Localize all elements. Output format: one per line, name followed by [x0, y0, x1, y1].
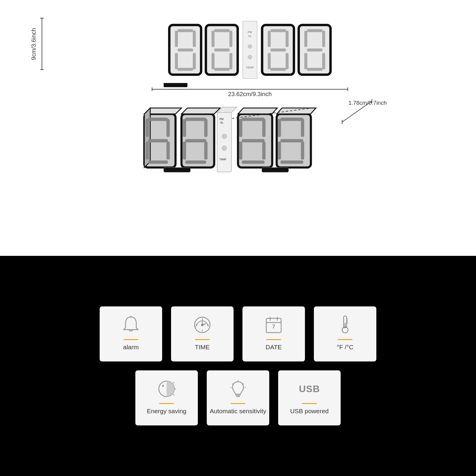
auto-icon-area	[207, 377, 269, 401]
feature-card-alarm: alarm	[100, 306, 162, 361]
bottom-section: alarm T	[0, 256, 476, 476]
svg-line-79	[232, 383, 233, 384]
height-dimension: 9cm/3.6inch	[42, 18, 42, 70]
svg-rect-37	[262, 142, 265, 159]
seg	[229, 31, 232, 47]
time-icon-area	[171, 313, 234, 337]
width-label: 23.62cm/9.3inch	[152, 91, 348, 98]
svg-text:AL: AL	[220, 121, 223, 124]
usb-divider	[302, 403, 317, 404]
al-label: AL	[248, 35, 252, 37]
calendar-icon: 7	[265, 315, 283, 335]
height-label: 9cm/3.6inch	[30, 28, 37, 60]
svg-rect-46	[301, 142, 304, 159]
svg-rect-19	[204, 119, 207, 137]
feature-card-date: 7 DATE	[242, 306, 305, 361]
pm-label: PM	[248, 31, 252, 34]
svg-rect-21	[204, 142, 207, 159]
features-row-1: alarm T	[100, 306, 376, 361]
feature-card-auto: Automatic sensitivity	[207, 370, 269, 425]
energy-label: Energy saving	[147, 407, 186, 415]
svg-rect-47	[164, 167, 190, 172]
svg-rect-20	[183, 142, 186, 159]
seg	[193, 53, 196, 69]
date-label: DATE	[266, 343, 282, 351]
seg	[178, 68, 193, 71]
digit-3-inner	[268, 29, 289, 71]
date-icon-area: 7	[242, 313, 305, 337]
auto-divider	[231, 403, 245, 404]
usb-label: USB powered	[290, 407, 329, 415]
svg-rect-7	[148, 139, 168, 142]
temp-label: TEMP	[246, 66, 254, 69]
clock-icon	[193, 315, 212, 335]
seg	[193, 31, 196, 47]
seg	[322, 53, 325, 69]
svg-marker-14	[181, 108, 220, 114]
energy-divider	[159, 403, 174, 404]
svg-line-73	[173, 394, 174, 395]
svg-rect-11	[146, 142, 149, 159]
feature-card-temperature: °F /°C	[314, 306, 376, 361]
svg-rect-18	[183, 119, 186, 137]
svg-point-58	[201, 324, 203, 326]
svg-rect-40	[281, 118, 303, 121]
seg	[307, 68, 322, 71]
seg	[270, 29, 286, 32]
stand-right	[164, 83, 187, 87]
seg	[214, 29, 230, 32]
svg-rect-22	[217, 112, 231, 172]
feature-card-energy: Energy saving	[135, 370, 198, 425]
svg-rect-10	[167, 119, 170, 137]
temperature-divider	[338, 339, 353, 340]
seg	[212, 53, 214, 69]
svg-rect-31	[242, 118, 264, 121]
bulb-icon	[229, 379, 247, 399]
digit-1	[168, 24, 202, 76]
seg	[270, 48, 286, 51]
svg-rect-41	[281, 139, 303, 142]
seg	[322, 31, 325, 47]
center-panel: PM AL TEMP	[242, 21, 257, 79]
svg-rect-6	[148, 118, 168, 121]
thermometer-icon	[339, 314, 351, 335]
svg-rect-42	[281, 161, 303, 164]
svg-text:TEMP: TEMP	[220, 158, 226, 161]
digit-3	[261, 24, 295, 76]
width-line	[152, 89, 348, 90]
panel-button-2	[248, 55, 252, 59]
seg	[178, 48, 193, 51]
digit-2	[205, 24, 239, 76]
svg-rect-43	[278, 119, 281, 137]
alarm-icon-area	[100, 313, 162, 337]
feature-card-usb: USB USB powered	[278, 370, 341, 425]
seg	[229, 53, 232, 69]
clock-front-view: PM AL TEMP	[167, 18, 333, 79]
svg-rect-48	[262, 167, 289, 172]
svg-marker-39	[277, 108, 316, 114]
svg-point-27	[222, 146, 227, 151]
energy-icon-area	[135, 377, 198, 401]
svg-rect-16	[185, 139, 206, 142]
depth-label: 1.78cm/0.7inch	[348, 100, 387, 106]
digit-2-inner	[212, 29, 232, 71]
seg	[286, 53, 289, 69]
energy-icon	[157, 379, 176, 399]
seg	[212, 31, 214, 47]
seg	[268, 53, 271, 69]
features-row-2: Energy saving Automatic sensi	[135, 370, 341, 425]
seg	[214, 48, 230, 51]
seg	[286, 31, 289, 47]
digit-4	[298, 24, 332, 76]
perspective-svg: PM AL TEMP	[128, 107, 360, 199]
svg-line-78	[243, 383, 244, 384]
seg	[304, 53, 307, 69]
seg	[178, 29, 193, 32]
seg	[175, 53, 178, 69]
svg-rect-12	[167, 142, 170, 159]
usb-icon-area: USB	[278, 377, 341, 401]
seg	[304, 31, 307, 47]
svg-text:PM: PM	[220, 118, 224, 120]
clock-front: PM AL TEMP	[167, 21, 333, 79]
seg	[307, 29, 322, 32]
